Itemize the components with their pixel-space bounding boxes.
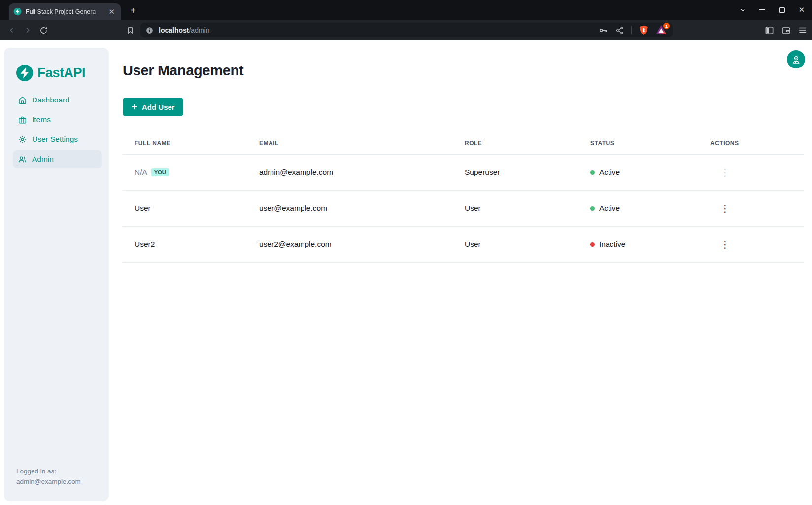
users-icon	[18, 155, 27, 164]
sidebar-item-items[interactable]: Items	[13, 110, 102, 129]
logo-text: FastAPI	[37, 66, 85, 81]
new-tab-button[interactable]: +	[127, 4, 139, 16]
add-user-button[interactable]: Add User	[123, 98, 183, 116]
cell-role: User	[465, 240, 590, 249]
col-status: Status	[590, 140, 710, 147]
sidebar-item-user-settings[interactable]: User Settings	[13, 130, 102, 149]
sidebar-item-admin[interactable]: Admin	[13, 150, 102, 168]
col-email: Email	[259, 140, 465, 147]
logged-in-email: admin@example.com	[16, 476, 101, 487]
window-close-button[interactable]: ✕	[795, 3, 808, 16]
sidebar: FastAPI Dashboard Items User Settings Ad…	[4, 48, 109, 501]
logged-in-label: Logged in as:	[16, 466, 101, 477]
table-row: User user@example.com User Active ⋮	[123, 191, 804, 227]
favicon-fastapi-icon	[13, 7, 22, 16]
brave-shield-icon[interactable]	[639, 25, 648, 35]
rewards-badge: 1	[663, 23, 670, 29]
tab-search-chevron-icon[interactable]	[736, 3, 749, 16]
sidebar-panel-icon[interactable]	[765, 26, 774, 35]
page-title: User Management	[123, 63, 804, 79]
sidebar-item-label: User Settings	[32, 135, 78, 144]
table-row: N/AYOU admin@example.com Superuser Activ…	[123, 155, 804, 191]
home-icon	[18, 96, 27, 104]
tab-title: Full Stack Project Genera	[26, 8, 103, 15]
sidebar-item-dashboard[interactable]: Dashboard	[13, 91, 102, 109]
cell-role: User	[465, 204, 590, 213]
users-table: Full Name Email Role Status Actions N/AY…	[123, 133, 804, 263]
user-avatar-icon	[791, 55, 801, 65]
cell-full-name: N/A	[135, 168, 147, 176]
site-info-icon[interactable]	[145, 26, 154, 34]
menu-hamburger-icon[interactable]	[798, 26, 807, 34]
bookmark-icon[interactable]	[124, 24, 136, 36]
toolbar-divider	[631, 26, 632, 34]
fastapi-bolt-icon	[16, 65, 33, 81]
share-icon[interactable]	[615, 26, 624, 34]
cell-status: Active	[599, 204, 620, 213]
reload-icon[interactable]	[37, 24, 49, 36]
col-actions: Actions	[710, 140, 804, 147]
browser-tab[interactable]: Full Stack Project Genera ✕	[9, 3, 121, 20]
tab-close-icon[interactable]: ✕	[107, 7, 116, 16]
logged-in-info: Logged in as: admin@example.com	[16, 466, 101, 487]
row-actions-menu-icon[interactable]: ⋮	[716, 238, 734, 251]
row-actions-menu-icon[interactable]: ⋮	[716, 202, 734, 215]
cell-status: Inactive	[599, 240, 625, 249]
add-user-label: Add User	[142, 103, 175, 111]
url-path: /admin	[189, 26, 209, 34]
status-dot	[590, 170, 595, 175]
cell-full-name: User2	[135, 240, 259, 249]
cell-full-name: User	[135, 204, 259, 213]
fastapi-logo: FastAPI	[16, 65, 101, 81]
back-icon[interactable]	[6, 24, 18, 36]
wallet-icon[interactable]	[781, 26, 791, 35]
key-icon[interactable]	[599, 26, 608, 35]
table-header-row: Full Name Email Role Status Actions	[123, 133, 804, 155]
cell-status: Active	[599, 168, 620, 177]
window-maximize-button[interactable]	[776, 3, 788, 16]
col-full-name: Full Name	[135, 140, 259, 147]
url-host: localhost	[159, 26, 189, 34]
cell-email: user2@example.com	[259, 240, 465, 249]
sidebar-item-label: Admin	[32, 155, 54, 164]
cell-email: user@example.com	[259, 204, 465, 213]
cell-role: Superuser	[465, 168, 590, 177]
gear-icon	[18, 135, 27, 144]
status-dot	[590, 242, 595, 247]
briefcase-icon	[18, 116, 27, 124]
window-minimize-button[interactable]	[756, 3, 769, 16]
row-actions-menu-icon: ⋮	[716, 166, 734, 179]
sidebar-item-label: Items	[32, 115, 51, 124]
status-dot	[590, 206, 595, 211]
you-badge: YOU	[151, 168, 169, 176]
main-content: User Management Add User Full Name Email…	[109, 40, 812, 505]
brave-rewards-icon[interactable]: 1	[656, 25, 667, 35]
forward-icon[interactable]	[22, 24, 34, 36]
col-role: Role	[465, 140, 590, 147]
plus-icon	[131, 103, 138, 110]
cell-email: admin@example.com	[259, 168, 465, 177]
user-menu-button[interactable]	[787, 50, 805, 68]
browser-toolbar: localhost/admin 1	[0, 20, 812, 40]
browser-tab-bar: Full Stack Project Genera ✕ + ✕	[0, 0, 812, 20]
sidebar-item-label: Dashboard	[32, 96, 69, 104]
address-bar[interactable]: localhost/admin 1	[140, 23, 673, 37]
table-row: User2 user2@example.com User Inactive ⋮	[123, 227, 804, 263]
